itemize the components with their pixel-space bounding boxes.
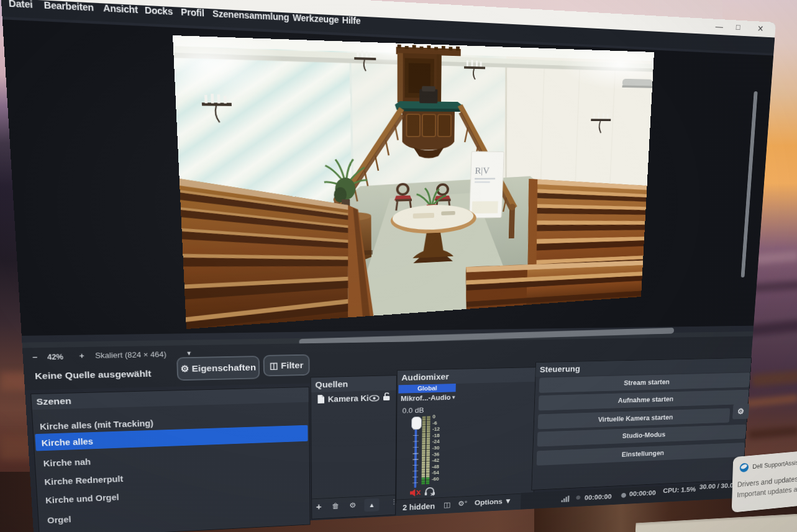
svg-text:R|V: R|V <box>475 166 490 176</box>
